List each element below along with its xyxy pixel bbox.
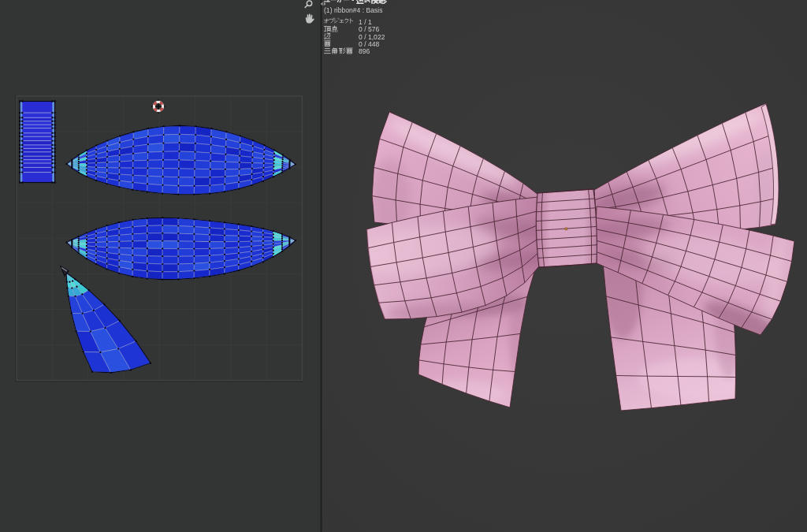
svg-text:(1) ribbon#4 : Basis: (1) ribbon#4 : Basis <box>324 6 383 14</box>
svg-text:896: 896 <box>359 47 370 55</box>
